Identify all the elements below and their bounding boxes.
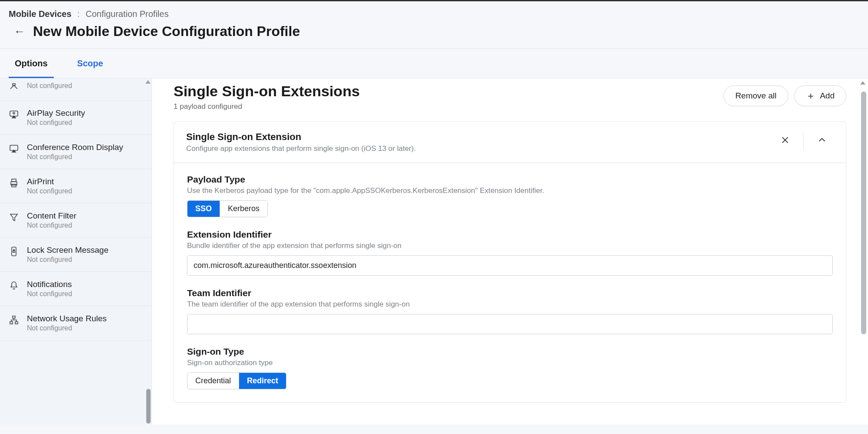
sidebar-item-airplay-security[interactable]: AirPlay Security Not configured: [0, 101, 151, 135]
airplay-lock-icon: [9, 109, 19, 120]
section-title: Single Sign-on Extensions: [174, 83, 360, 100]
svg-rect-10: [10, 322, 13, 324]
generic-icon: [9, 82, 19, 92]
funnel-icon: [9, 212, 19, 222]
breadcrumb-config-profiles[interactable]: Configuration Profiles: [85, 9, 168, 19]
sidebar-item-label: Content Filter: [27, 211, 76, 221]
bell-icon: [9, 281, 19, 291]
payload-type-kerberos-button[interactable]: Kerberos: [220, 201, 267, 217]
breadcrumb-separator: :: [77, 9, 80, 19]
sidebar-item-label: Conference Room Display: [27, 143, 123, 152]
team-identifier-input[interactable]: [187, 314, 833, 334]
svg-rect-6: [12, 184, 16, 187]
sidebar-item-label: Network Usage Rules: [27, 314, 107, 323]
page-title: New Mobile Device Configuration Profile: [33, 23, 300, 39]
payload-type-label: Payload Type: [187, 174, 833, 185]
tab-options[interactable]: Options: [9, 49, 54, 78]
breadcrumb-mobile-devices[interactable]: Mobile Devices: [9, 9, 72, 19]
signon-type-segmented: Credential Redirect: [187, 372, 286, 389]
svg-rect-0: [13, 84, 15, 85]
svg-rect-5: [12, 179, 16, 182]
field-team-identifier: Team Identifier The team identifier of t…: [187, 288, 833, 334]
network-icon: [9, 315, 19, 325]
sidebar-item-sub: Not configured: [27, 256, 108, 264]
field-signon-type: Sign-on Type Sign-on authorization type …: [187, 346, 833, 389]
sidebar-item-lock-screen-message[interactable]: Lock Screen Message Not configured: [0, 238, 151, 272]
sidebar-item-content-filter[interactable]: Content Filter Not configured: [0, 203, 151, 238]
remove-all-label: Remove all: [735, 91, 776, 101]
team-identifier-label: Team Identifier: [187, 288, 833, 298]
sidebar: Not configured AirPlay Security Not conf…: [0, 78, 151, 424]
signon-type-credential-button[interactable]: Credential: [187, 373, 239, 389]
add-button[interactable]: ＋ Add: [794, 85, 846, 106]
sidebar-item-label: AirPrint: [27, 177, 72, 186]
payload-type-sso-button[interactable]: SSO: [187, 201, 220, 217]
payload-type-segmented: SSO Kerberos: [187, 200, 268, 217]
sidebar-item-label: Lock Screen Message: [27, 245, 108, 255]
svg-rect-8: [13, 251, 15, 252]
svg-point-2: [13, 112, 15, 114]
signon-type-desc: Sign-on authorization type: [187, 359, 833, 367]
breadcrumb: Mobile Devices : Configuration Profiles: [9, 9, 859, 19]
sidebar-scroll-up-icon[interactable]: [145, 80, 151, 84]
sidebar-item-airprint[interactable]: AirPrint Not configured: [0, 169, 151, 203]
plus-icon: ＋: [806, 91, 815, 101]
content-scrollbar-thumb[interactable]: [861, 91, 866, 334]
sidebar-item-sub: Not configured: [27, 187, 72, 195]
back-arrow-icon[interactable]: ←: [9, 25, 25, 38]
sidebar-item-sub: Not configured: [27, 222, 76, 229]
extension-identifier-label: Extension Identifier: [187, 229, 833, 240]
sidebar-item-notifications[interactable]: Notifications Not configured: [0, 272, 151, 306]
content-scroll-up-icon[interactable]: [860, 81, 865, 85]
sidebar-item-conference-room-display[interactable]: Conference Room Display Not configured: [0, 135, 151, 169]
sidebar-scrollbar-thumb[interactable]: [146, 389, 151, 424]
extension-identifier-desc: Bundle identifier of the app extension t…: [187, 241, 833, 250]
team-identifier-desc: The team identifier of the app extension…: [187, 300, 833, 309]
chevron-up-icon[interactable]: [803, 131, 834, 149]
payload-type-desc: Use the Kerberos payload type for the "c…: [187, 186, 833, 195]
remove-all-button[interactable]: Remove all: [723, 85, 788, 106]
sidebar-item-sub: Not configured: [27, 153, 123, 161]
sidebar-item-network-usage-rules[interactable]: Network Usage Rules Not configured: [0, 306, 151, 340]
signon-type-redirect-button[interactable]: Redirect: [239, 373, 286, 389]
close-icon[interactable]: [773, 131, 797, 149]
sidebar-item-sub: Not configured: [27, 324, 107, 332]
sidebar-item-sub: Not configured: [27, 119, 85, 127]
display-icon: [9, 144, 19, 154]
sidebar-item-label: AirPlay Security: [27, 108, 85, 118]
sso-extension-card: Single Sign-on Extension Configure app e…: [174, 121, 846, 403]
field-payload-type: Payload Type Use the Kerberos payload ty…: [187, 174, 833, 217]
svg-rect-7: [12, 247, 16, 256]
card-title: Single Sign-on Extension: [186, 131, 416, 143]
field-extension-identifier: Extension Identifier Bundle identifier o…: [187, 229, 833, 276]
add-label: Add: [820, 91, 835, 101]
svg-rect-11: [15, 322, 18, 324]
sidebar-item-sub: Not configured: [27, 290, 72, 298]
signon-type-label: Sign-on Type: [187, 346, 833, 357]
phone-lock-icon: [9, 246, 19, 257]
svg-rect-9: [13, 316, 15, 318]
section-subtitle: 1 payload configured: [174, 102, 360, 111]
tabs-bar: Options Scope: [0, 48, 868, 78]
tab-scope[interactable]: Scope: [71, 49, 109, 78]
sidebar-item-sub: Not configured: [27, 82, 72, 90]
card-description: Configure app extensions that perform si…: [186, 144, 416, 153]
sidebar-item-partial[interactable]: Not configured: [0, 78, 151, 101]
extension-identifier-input[interactable]: [187, 255, 833, 276]
printer-icon: [9, 178, 19, 188]
sidebar-item-label: Notifications: [27, 280, 72, 289]
